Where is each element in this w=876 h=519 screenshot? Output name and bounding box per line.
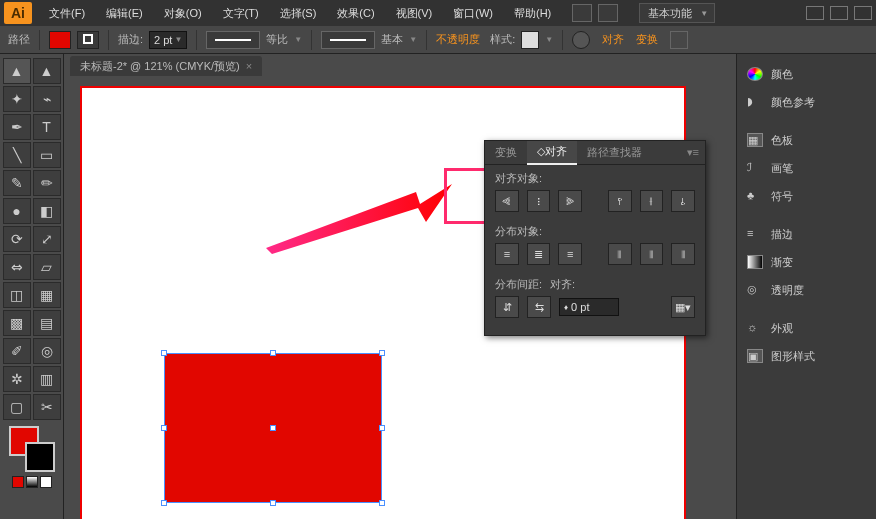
menu-view[interactable]: 视图(V) (386, 0, 443, 26)
handle-n[interactable] (270, 350, 276, 356)
eraser-tool[interactable]: ◧ (33, 198, 61, 224)
symbol-sprayer-tool[interactable]: ✲ (3, 366, 31, 392)
menu-window[interactable]: 窗口(W) (443, 0, 503, 26)
transform-label[interactable]: 变换 (636, 32, 658, 47)
align-vcenter-button[interactable]: ⫲ (640, 190, 664, 212)
panel-color[interactable]: 颜色 (737, 60, 876, 88)
stroke-weight-input[interactable]: 2 pt▼ (149, 31, 187, 49)
eyedropper-tool[interactable]: ✐ (3, 338, 31, 364)
panel-gradient[interactable]: 渐变 (737, 248, 876, 276)
handle-e[interactable] (379, 425, 385, 431)
menu-effect[interactable]: 效果(C) (327, 0, 384, 26)
gradient-tool[interactable]: ▤ (33, 310, 61, 336)
color-mode-none[interactable] (40, 476, 52, 488)
handle-ne[interactable] (379, 350, 385, 356)
free-transform-tool[interactable]: ▱ (33, 254, 61, 280)
panel-appearance[interactable]: ☼外观 (737, 314, 876, 342)
paintbrush-tool[interactable]: ✎ (3, 170, 31, 196)
bridge-icon[interactable] (572, 4, 592, 22)
align-bottom-button[interactable]: ⫰ (671, 190, 695, 212)
handle-center[interactable] (270, 425, 276, 431)
stroke-swatch[interactable] (77, 31, 99, 49)
tab-align[interactable]: ◇ 对齐 (527, 141, 577, 165)
magic-wand-tool[interactable]: ✦ (3, 86, 31, 112)
shape-builder-tool[interactable]: ◫ (3, 282, 31, 308)
minimize-button[interactable] (806, 6, 824, 20)
menu-select[interactable]: 选择(S) (270, 0, 327, 26)
mesh-tool[interactable]: ▩ (3, 310, 31, 336)
align-left-button[interactable]: ⫷ (495, 190, 519, 212)
dist-hcenter-button[interactable]: ⦀ (640, 243, 664, 265)
line-tool[interactable]: ╲ (3, 142, 31, 168)
graph-tool[interactable]: ▥ (33, 366, 61, 392)
selected-rectangle-shape[interactable] (164, 353, 382, 503)
artboard-tool[interactable]: ▢ (3, 394, 31, 420)
blend-tool[interactable]: ◎ (33, 338, 61, 364)
spacing-input[interactable]: ♦0 pt (559, 298, 619, 316)
tab-pathfinder[interactable]: 路径查找器 (577, 141, 652, 165)
align-right-button[interactable]: ⫸ (558, 190, 582, 212)
dist-bottom-button[interactable]: ≡ (558, 243, 582, 265)
panel-transparency[interactable]: ◎透明度 (737, 276, 876, 304)
fill-swatch[interactable] (49, 31, 71, 49)
handle-w[interactable] (161, 425, 167, 431)
handle-s[interactable] (270, 500, 276, 506)
document-tab[interactable]: 未标题-2* @ 121% (CMYK/预览) × (70, 56, 262, 76)
dist-h-space-button[interactable]: ⇆ (527, 296, 551, 318)
canvas[interactable]: 变换 ◇ 对齐 路径查找器 ▾≡ 对齐对象: ⫷ ⫶ ⫸ ⫯ ⫲ ⫰ (66, 78, 736, 519)
align-to-dropdown[interactable]: ▦▾ (671, 296, 695, 318)
maximize-button[interactable] (830, 6, 848, 20)
brush-preview[interactable] (321, 31, 375, 49)
menu-help[interactable]: 帮助(H) (504, 0, 561, 26)
dist-v-space-button[interactable]: ⇵ (495, 296, 519, 318)
pencil-tool[interactable]: ✏ (33, 170, 61, 196)
profile-line-preview[interactable] (206, 31, 260, 49)
arrange-docs-icon[interactable] (598, 4, 618, 22)
fill-stroke-box[interactable] (9, 426, 55, 472)
align-hcenter-button[interactable]: ⫶ (527, 190, 551, 212)
rotate-tool[interactable]: ⟳ (3, 226, 31, 252)
workspace-dropdown[interactable]: 基本功能 (639, 3, 715, 23)
panel-stroke[interactable]: ≡描边 (737, 220, 876, 248)
handle-nw[interactable] (161, 350, 167, 356)
color-mode-solid[interactable] (12, 476, 24, 488)
selection-tool[interactable]: ▲ (3, 58, 31, 84)
slice-tool[interactable]: ✂ (33, 394, 61, 420)
panel-menu-icon[interactable]: ▾≡ (681, 146, 705, 159)
pen-tool[interactable]: ✒ (3, 114, 31, 140)
align-top-button[interactable]: ⫯ (608, 190, 632, 212)
document-tab-close[interactable]: × (246, 60, 252, 72)
recolor-icon[interactable] (572, 31, 590, 49)
rectangle-tool[interactable]: ▭ (33, 142, 61, 168)
dist-top-button[interactable]: ≡ (495, 243, 519, 265)
direct-selection-tool[interactable]: ▲ (33, 58, 61, 84)
panel-graphic-styles[interactable]: ▣图形样式 (737, 342, 876, 370)
handle-sw[interactable] (161, 500, 167, 506)
stroke-color-swatch[interactable] (25, 442, 55, 472)
dist-right-button[interactable]: ⦀ (671, 243, 695, 265)
dist-vcenter-button[interactable]: ≣ (527, 243, 551, 265)
panel-symbols[interactable]: ♣符号 (737, 182, 876, 210)
panel-color-guide[interactable]: ◗颜色参考 (737, 88, 876, 116)
type-tool[interactable]: T (33, 114, 61, 140)
menu-object[interactable]: 对象(O) (154, 0, 212, 26)
width-tool[interactable]: ⇔ (3, 254, 31, 280)
isolate-icon[interactable] (670, 31, 688, 49)
close-button[interactable] (854, 6, 872, 20)
menu-type[interactable]: 文字(T) (213, 0, 269, 26)
color-mode-gradient[interactable] (26, 476, 38, 488)
menu-edit[interactable]: 编辑(E) (96, 0, 153, 26)
handle-se[interactable] (379, 500, 385, 506)
panel-swatches[interactable]: ▦色板 (737, 126, 876, 154)
panel-brushes[interactable]: ℐ画笔 (737, 154, 876, 182)
tab-transform[interactable]: 变换 (485, 141, 527, 165)
scale-tool[interactable]: ⤢ (33, 226, 61, 252)
align-label[interactable]: 对齐 (602, 32, 624, 47)
dist-left-button[interactable]: ⦀ (608, 243, 632, 265)
opacity-label[interactable]: 不透明度 (436, 32, 480, 47)
menu-file[interactable]: 文件(F) (39, 0, 95, 26)
perspective-tool[interactable]: ▦ (33, 282, 61, 308)
style-swatch[interactable] (521, 31, 539, 49)
blob-brush-tool[interactable]: ● (3, 198, 31, 224)
lasso-tool[interactable]: ⌁ (33, 86, 61, 112)
